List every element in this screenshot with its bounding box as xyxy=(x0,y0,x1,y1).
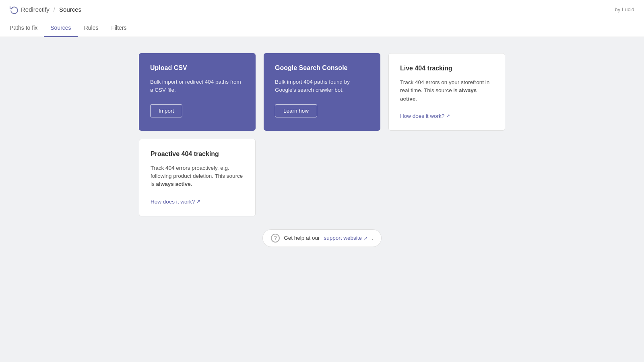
help-text-suffix: . xyxy=(372,235,373,241)
app-name: Redirectify xyxy=(21,6,50,13)
google-search-console-title: Google Search Console xyxy=(275,64,369,72)
google-search-console-desc: Bulk import 404 paths found by Google's … xyxy=(275,78,369,95)
upload-csv-desc: Bulk import or redirect 404 paths from a… xyxy=(150,78,244,95)
proactive-404-desc: Track 404 errors proactively, e.g. follo… xyxy=(151,164,244,189)
help-text-prefix: Get help at our xyxy=(284,235,320,241)
spacer-1 xyxy=(264,139,380,216)
proactive-404-how-link-label: How does it work? xyxy=(151,199,195,205)
redirectify-icon xyxy=(10,5,19,14)
proactive-404-how-link[interactable]: How does it work? ↗ xyxy=(151,199,200,205)
live-404-how-link[interactable]: How does it work? ↗ xyxy=(400,113,450,119)
cards-row-2: Proactive 404 tracking Track 404 errors … xyxy=(90,139,554,216)
live-404-how-link-label: How does it work? xyxy=(400,113,444,119)
help-bar: ? Get help at our support website ↗ . xyxy=(90,229,554,247)
live-404-title: Live 404 tracking xyxy=(400,65,493,72)
main-content: Upload CSV Bulk import or redirect 404 p… xyxy=(80,37,564,263)
header-by-label: by Lucid xyxy=(615,6,634,12)
support-website-link[interactable]: support website ↗ xyxy=(324,235,367,241)
proactive-404-desc-suffix: . xyxy=(191,181,192,187)
card-google-search-console: Google Search Console Bulk import 404 pa… xyxy=(264,53,380,131)
proactive-404-desc-bold: always active xyxy=(156,181,191,187)
upload-csv-title: Upload CSV xyxy=(150,64,244,72)
tab-filters[interactable]: Filters xyxy=(105,20,133,37)
external-link-icon: ↗ xyxy=(446,113,450,119)
live-404-desc-suffix: . xyxy=(415,96,417,102)
external-link-icon-2: ↗ xyxy=(196,199,200,204)
learn-how-button[interactable]: Learn how xyxy=(275,104,317,117)
app-logo: Redirectify xyxy=(10,5,50,14)
header: Redirectify / Sources by Lucid xyxy=(0,0,644,19)
proactive-404-title: Proactive 404 tracking xyxy=(151,150,244,158)
tab-rules[interactable]: Rules xyxy=(78,20,105,37)
support-website-label: support website xyxy=(324,235,362,241)
support-external-icon: ↗ xyxy=(363,235,367,241)
card-live-404-tracking: Live 404 tracking Track 404 errors on yo… xyxy=(388,53,505,131)
tab-sources[interactable]: Sources xyxy=(44,20,77,37)
header-left: Redirectify / Sources xyxy=(10,5,81,14)
live-404-desc: Track 404 errors on your storefront in r… xyxy=(400,78,493,103)
header-current-page: Sources xyxy=(59,6,81,13)
header-separator: / xyxy=(54,6,55,13)
import-button[interactable]: Import xyxy=(150,104,182,117)
help-icon: ? xyxy=(271,234,280,243)
tab-paths-to-fix[interactable]: Paths to fix xyxy=(10,20,44,37)
card-proactive-404: Proactive 404 tracking Track 404 errors … xyxy=(139,139,256,216)
nav-tabs: Paths to fix Sources Rules Filters xyxy=(0,19,644,37)
card-upload-csv: Upload CSV Bulk import or redirect 404 p… xyxy=(139,53,256,131)
cards-row-1: Upload CSV Bulk import or redirect 404 p… xyxy=(90,53,554,131)
spacer-2 xyxy=(388,139,505,216)
help-pill: ? Get help at our support website ↗ . xyxy=(262,229,382,247)
